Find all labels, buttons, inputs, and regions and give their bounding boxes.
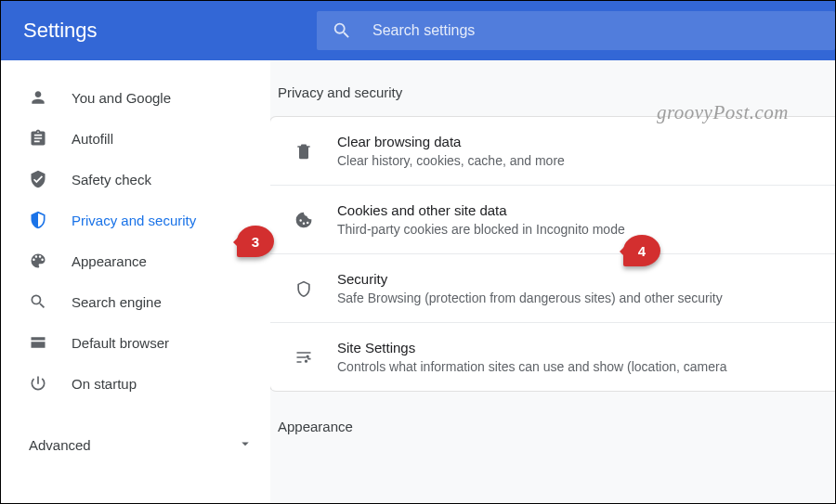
section-title-privacy: Privacy and security — [278, 84, 835, 100]
row-subtitle: Third-party cookies are blocked in Incog… — [337, 222, 822, 237]
row-clear-browsing-data[interactable]: Clear browsing data Clear history, cooki… — [270, 117, 835, 186]
section-title-appearance: Appearance — [278, 419, 835, 434]
magnifier-icon — [29, 292, 47, 311]
sidebar-item-label: Safety check — [72, 172, 151, 187]
sidebar-item-search-engine[interactable]: Search engine — [1, 281, 270, 322]
sidebar: You and Google Autofill Safety check Pri… — [1, 60, 270, 503]
sidebar-item-appearance[interactable]: Appearance — [1, 240, 270, 281]
search-box[interactable] — [317, 11, 835, 50]
sliders-icon — [294, 348, 313, 367]
privacy-card: Clear browsing data Clear history, cooki… — [270, 117, 835, 391]
app-title: Settings — [23, 19, 317, 43]
sidebar-item-label: Default browser — [72, 335, 169, 351]
browser-icon — [29, 333, 47, 352]
sidebar-item-label: You and Google — [72, 90, 171, 106]
shield-outline-icon — [294, 279, 313, 298]
row-title: Site Settings — [337, 340, 822, 355]
row-subtitle: Safe Browsing (protection from dangerous… — [337, 291, 822, 305]
main-content: Privacy and security Clear browsing data… — [270, 60, 835, 503]
sidebar-item-on-startup[interactable]: On startup — [1, 363, 270, 404]
search-input[interactable] — [372, 22, 820, 39]
advanced-label: Advanced — [29, 437, 91, 453]
sidebar-item-label: On startup — [72, 376, 137, 392]
row-subtitle: Clear history, cookies, cache, and more — [337, 153, 822, 168]
sidebar-item-label: Autofill — [72, 131, 113, 147]
row-site-settings[interactable]: Site Settings Controls what information … — [270, 323, 835, 391]
sidebar-item-autofill[interactable]: Autofill — [1, 118, 270, 159]
row-cookies[interactable]: Cookies and other site data Third-party … — [270, 186, 835, 254]
trash-icon — [294, 142, 313, 161]
sidebar-item-default-browser[interactable]: Default browser — [1, 322, 270, 363]
sidebar-item-label: Privacy and security — [72, 213, 196, 228]
cookie-icon — [294, 211, 313, 229]
row-subtitle: Controls what information sites can use … — [337, 359, 822, 374]
sidebar-item-safety-check[interactable]: Safety check — [1, 159, 270, 200]
person-icon — [29, 88, 47, 107]
shield-check-icon — [29, 170, 47, 188]
shield-icon — [29, 211, 47, 229]
search-icon — [332, 20, 352, 41]
clipboard-icon — [29, 129, 47, 148]
sidebar-advanced[interactable]: Advanced — [1, 424, 270, 465]
sidebar-item-privacy-security[interactable]: Privacy and security — [1, 200, 270, 240]
palette-icon — [29, 252, 47, 270]
row-title: Security — [337, 271, 822, 287]
app-header: Settings — [1, 1, 835, 60]
row-title: Cookies and other site data — [337, 202, 822, 218]
sidebar-item-label: Search engine — [72, 294, 162, 310]
row-security[interactable]: Security Safe Browsing (protection from … — [270, 254, 835, 323]
row-title: Clear browsing data — [337, 134, 822, 149]
power-icon — [29, 374, 47, 393]
sidebar-item-label: Appearance — [72, 253, 147, 269]
chevron-down-icon — [237, 435, 254, 455]
sidebar-item-you-and-google[interactable]: You and Google — [1, 77, 270, 118]
